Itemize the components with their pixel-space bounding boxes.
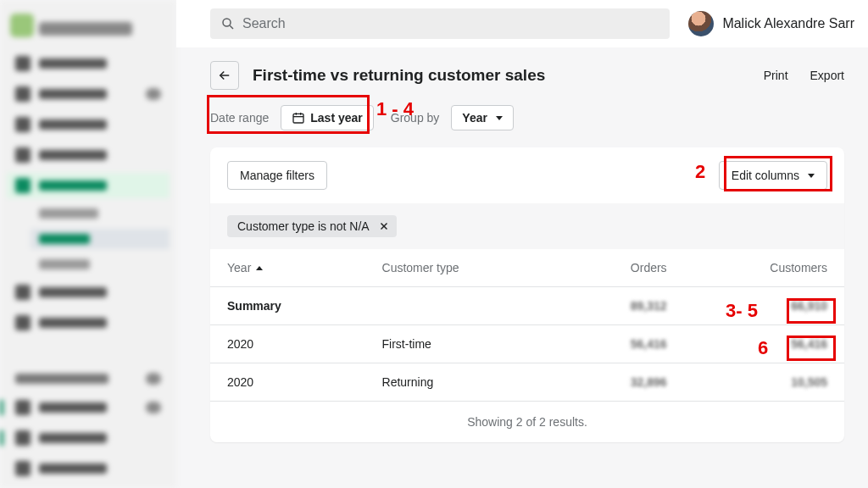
manage-filters-label: Manage filters bbox=[240, 169, 314, 182]
cell-customer-type: Returning bbox=[365, 363, 560, 402]
chevron-down-icon bbox=[496, 116, 503, 120]
table-footer: Showing 2 of 2 results. bbox=[210, 402, 844, 442]
arrow-left-icon bbox=[217, 68, 232, 83]
sidebar bbox=[0, 0, 176, 488]
topbar: Search Malick Alexandre Sarr bbox=[176, 0, 868, 47]
cell-customers: 10,505 bbox=[791, 375, 827, 389]
svg-point-0 bbox=[223, 19, 231, 26]
manage-filters-button[interactable]: Manage filters bbox=[227, 161, 327, 190]
user-menu[interactable]: Malick Alexandre Sarr bbox=[688, 11, 854, 36]
user-name: Malick Alexandre Sarr bbox=[722, 16, 854, 31]
cell-orders: 32,896 bbox=[631, 375, 667, 389]
summary-label: Summary bbox=[210, 287, 365, 325]
summary-orders: 89,312 bbox=[631, 299, 667, 313]
annotation-text-2: 2 bbox=[695, 161, 705, 183]
search-placeholder: Search bbox=[242, 16, 286, 31]
search-input[interactable]: Search bbox=[210, 8, 670, 39]
close-icon bbox=[379, 221, 389, 231]
print-button[interactable]: Print bbox=[764, 69, 788, 82]
back-button[interactable] bbox=[210, 61, 239, 90]
group-by-select[interactable]: Year bbox=[451, 105, 514, 130]
col-year[interactable]: Year bbox=[210, 249, 365, 287]
cell-year: 2020 bbox=[210, 325, 365, 363]
cell-year: 2020 bbox=[210, 363, 365, 402]
search-icon bbox=[220, 16, 236, 31]
filter-chip-label: Customer type is not N/A bbox=[237, 219, 370, 233]
remove-filter-button[interactable] bbox=[376, 219, 392, 234]
page-title: First-time vs returning customer sales bbox=[253, 66, 545, 85]
cell-orders: 56,416 bbox=[631, 337, 667, 351]
annotation-box-1 bbox=[207, 95, 370, 134]
annotation-box-2 bbox=[724, 156, 832, 191]
col-orders[interactable]: Orders bbox=[560, 249, 684, 287]
group-by-value: Year bbox=[462, 111, 487, 125]
export-button[interactable]: Export bbox=[810, 69, 844, 82]
report-table: Year Customer type Orders Customers Summ… bbox=[210, 249, 844, 402]
svg-line-1 bbox=[230, 25, 233, 29]
col-customers[interactable]: Customers bbox=[684, 249, 844, 287]
annotation-text-6: 6 bbox=[758, 337, 768, 359]
col-customer-type[interactable]: Customer type bbox=[365, 249, 560, 287]
table-row: 2020 Returning 32,896 10,505 bbox=[210, 363, 844, 402]
annotation-box-3 bbox=[787, 298, 836, 324]
sort-asc-icon bbox=[256, 266, 263, 270]
annotation-text-3-5: 3- 5 bbox=[726, 300, 758, 322]
annotation-box-6 bbox=[787, 336, 836, 361]
annotation-text-1-4: 1 - 4 bbox=[376, 98, 414, 120]
report-card: Manage filters Edit columns Customer typ… bbox=[210, 147, 844, 442]
cell-customer-type: First-time bbox=[365, 325, 560, 363]
filters-row: Customer type is not N/A bbox=[210, 203, 844, 249]
table-row: 2020 First-time 56,416 56,416 bbox=[210, 325, 844, 363]
filter-chip[interactable]: Customer type is not N/A bbox=[227, 215, 397, 237]
avatar bbox=[688, 11, 714, 36]
